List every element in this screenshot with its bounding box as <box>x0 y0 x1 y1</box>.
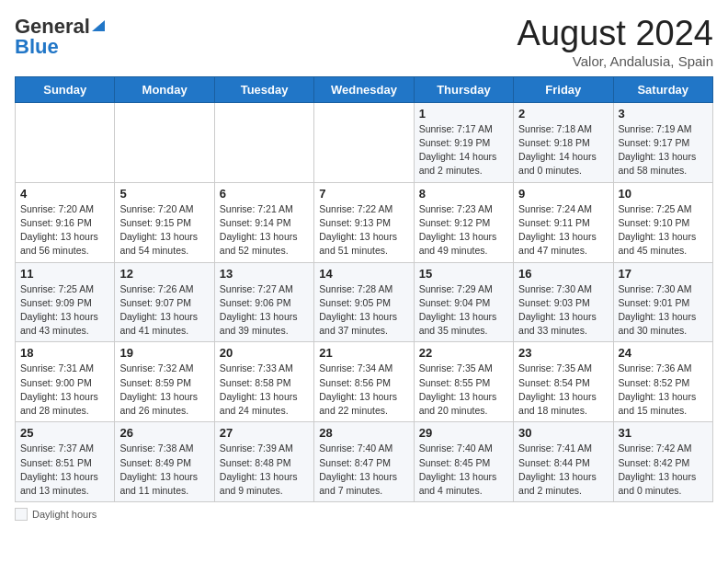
day-info: Sunrise: 7:19 AM Sunset: 9:17 PM Dayligh… <box>619 122 708 178</box>
table-cell: 12Sunrise: 7:26 AM Sunset: 9:07 PM Dayli… <box>115 262 214 342</box>
table-cell: 8Sunrise: 7:23 AM Sunset: 9:12 PM Daylig… <box>414 182 513 262</box>
col-thursday: Thursday <box>414 76 513 102</box>
day-number: 9 <box>518 187 608 201</box>
day-info: Sunrise: 7:40 AM Sunset: 8:47 PM Dayligh… <box>319 442 408 498</box>
day-info: Sunrise: 7:24 AM Sunset: 9:11 PM Dayligh… <box>518 202 608 259</box>
col-monday: Monday <box>115 76 214 102</box>
calendar-table: Sunday Monday Tuesday Wednesday Thursday… <box>15 76 713 502</box>
day-number: 1 <box>419 107 508 121</box>
day-number: 14 <box>319 267 408 281</box>
table-cell: 17Sunrise: 7:30 AM Sunset: 9:01 PM Dayli… <box>613 262 712 342</box>
table-cell <box>314 102 414 182</box>
day-number: 2 <box>518 107 608 121</box>
table-cell: 14Sunrise: 7:28 AM Sunset: 9:05 PM Dayli… <box>314 262 414 342</box>
day-number: 26 <box>119 426 209 440</box>
day-info: Sunrise: 7:41 AM Sunset: 8:44 PM Dayligh… <box>518 442 608 498</box>
legend: Daylight hours <box>15 508 713 521</box>
day-info: Sunrise: 7:25 AM Sunset: 9:10 PM Dayligh… <box>619 202 708 259</box>
col-saturday: Saturday <box>613 76 712 102</box>
day-number: 24 <box>619 346 708 360</box>
day-info: Sunrise: 7:32 AM Sunset: 8:59 PM Dayligh… <box>119 362 209 418</box>
day-number: 5 <box>119 187 209 201</box>
page-header: General Blue August 2024 Valor, Andalusi… <box>15 15 713 69</box>
day-info: Sunrise: 7:20 AM Sunset: 9:15 PM Dayligh… <box>119 202 209 259</box>
day-number: 3 <box>619 107 708 121</box>
day-info: Sunrise: 7:23 AM Sunset: 9:12 PM Dayligh… <box>419 202 508 259</box>
day-number: 6 <box>220 187 309 201</box>
calendar-body: 1Sunrise: 7:17 AM Sunset: 9:19 PM Daylig… <box>16 102 713 501</box>
table-cell <box>214 102 313 182</box>
col-sunday: Sunday <box>16 76 115 102</box>
table-cell: 22Sunrise: 7:35 AM Sunset: 8:55 PM Dayli… <box>414 342 513 422</box>
day-info: Sunrise: 7:20 AM Sunset: 9:16 PM Dayligh… <box>20 202 109 259</box>
day-info: Sunrise: 7:33 AM Sunset: 8:58 PM Dayligh… <box>220 362 309 418</box>
col-friday: Friday <box>514 76 613 102</box>
day-info: Sunrise: 7:30 AM Sunset: 9:03 PM Dayligh… <box>518 282 608 339</box>
week-row-5: 25Sunrise: 7:37 AM Sunset: 8:51 PM Dayli… <box>16 422 713 502</box>
day-number: 17 <box>619 267 708 281</box>
day-number: 4 <box>20 187 109 201</box>
table-cell: 9Sunrise: 7:24 AM Sunset: 9:11 PM Daylig… <box>514 182 613 262</box>
day-number: 29 <box>419 426 508 440</box>
location-subtitle: Valor, Andalusia, Spain <box>518 53 713 69</box>
week-row-4: 18Sunrise: 7:31 AM Sunset: 9:00 PM Dayli… <box>16 342 713 422</box>
table-cell: 23Sunrise: 7:35 AM Sunset: 8:54 PM Dayli… <box>514 342 613 422</box>
day-info: Sunrise: 7:38 AM Sunset: 8:49 PM Dayligh… <box>119 442 209 498</box>
day-info: Sunrise: 7:22 AM Sunset: 9:13 PM Dayligh… <box>319 202 408 259</box>
day-number: 25 <box>20 426 109 440</box>
day-number: 15 <box>419 267 508 281</box>
table-cell: 18Sunrise: 7:31 AM Sunset: 9:00 PM Dayli… <box>16 342 115 422</box>
day-info: Sunrise: 7:35 AM Sunset: 8:54 PM Dayligh… <box>518 362 608 418</box>
day-number: 8 <box>419 187 508 201</box>
table-cell: 15Sunrise: 7:29 AM Sunset: 9:04 PM Dayli… <box>414 262 513 342</box>
calendar-header: Sunday Monday Tuesday Wednesday Thursday… <box>16 76 713 102</box>
day-number: 23 <box>518 346 608 360</box>
day-number: 30 <box>518 426 608 440</box>
day-info: Sunrise: 7:40 AM Sunset: 8:45 PM Dayligh… <box>419 442 508 498</box>
logo-arrow-icon <box>90 17 107 33</box>
table-cell: 19Sunrise: 7:32 AM Sunset: 8:59 PM Dayli… <box>115 342 214 422</box>
legend-box <box>15 508 28 521</box>
table-cell: 25Sunrise: 7:37 AM Sunset: 8:51 PM Dayli… <box>16 422 115 502</box>
day-number: 11 <box>20 267 109 281</box>
table-cell: 16Sunrise: 7:30 AM Sunset: 9:03 PM Dayli… <box>514 262 613 342</box>
day-info: Sunrise: 7:30 AM Sunset: 9:01 PM Dayligh… <box>619 282 708 339</box>
table-cell: 28Sunrise: 7:40 AM Sunset: 8:47 PM Dayli… <box>314 422 414 502</box>
day-info: Sunrise: 7:25 AM Sunset: 9:09 PM Dayligh… <box>20 282 109 339</box>
table-cell: 10Sunrise: 7:25 AM Sunset: 9:10 PM Dayli… <box>613 182 712 262</box>
day-info: Sunrise: 7:17 AM Sunset: 9:19 PM Dayligh… <box>419 122 508 178</box>
table-cell: 27Sunrise: 7:39 AM Sunset: 8:48 PM Dayli… <box>214 422 313 502</box>
day-number: 16 <box>518 267 608 281</box>
table-cell: 11Sunrise: 7:25 AM Sunset: 9:09 PM Dayli… <box>16 262 115 342</box>
table-cell: 5Sunrise: 7:20 AM Sunset: 9:15 PM Daylig… <box>115 182 214 262</box>
table-cell: 4Sunrise: 7:20 AM Sunset: 9:16 PM Daylig… <box>16 182 115 262</box>
day-info: Sunrise: 7:29 AM Sunset: 9:04 PM Dayligh… <box>419 282 508 339</box>
logo-blue-text: Blue <box>15 35 59 59</box>
day-number: 12 <box>119 267 209 281</box>
day-number: 7 <box>319 187 408 201</box>
table-cell <box>16 102 115 182</box>
day-info: Sunrise: 7:18 AM Sunset: 9:18 PM Dayligh… <box>518 122 608 178</box>
day-number: 31 <box>619 426 708 440</box>
week-row-1: 1Sunrise: 7:17 AM Sunset: 9:19 PM Daylig… <box>16 102 713 182</box>
table-cell: 7Sunrise: 7:22 AM Sunset: 9:13 PM Daylig… <box>314 182 414 262</box>
table-cell: 6Sunrise: 7:21 AM Sunset: 9:14 PM Daylig… <box>214 182 313 262</box>
svg-marker-0 <box>92 20 105 31</box>
table-cell: 13Sunrise: 7:27 AM Sunset: 9:06 PM Dayli… <box>214 262 313 342</box>
day-info: Sunrise: 7:27 AM Sunset: 9:06 PM Dayligh… <box>220 282 309 339</box>
day-number: 10 <box>619 187 708 201</box>
table-cell: 31Sunrise: 7:42 AM Sunset: 8:42 PM Dayli… <box>613 422 712 502</box>
day-number: 22 <box>419 346 508 360</box>
day-number: 21 <box>319 346 408 360</box>
legend-label: Daylight hours <box>32 509 97 520</box>
day-info: Sunrise: 7:28 AM Sunset: 9:05 PM Dayligh… <box>319 282 408 339</box>
day-number: 13 <box>220 267 309 281</box>
day-info: Sunrise: 7:26 AM Sunset: 9:07 PM Dayligh… <box>119 282 209 339</box>
table-cell: 21Sunrise: 7:34 AM Sunset: 8:56 PM Dayli… <box>314 342 414 422</box>
day-info: Sunrise: 7:34 AM Sunset: 8:56 PM Dayligh… <box>319 362 408 418</box>
table-cell: 29Sunrise: 7:40 AM Sunset: 8:45 PM Dayli… <box>414 422 513 502</box>
table-cell: 3Sunrise: 7:19 AM Sunset: 9:17 PM Daylig… <box>613 102 712 182</box>
day-info: Sunrise: 7:37 AM Sunset: 8:51 PM Dayligh… <box>20 442 109 498</box>
day-info: Sunrise: 7:36 AM Sunset: 8:52 PM Dayligh… <box>619 362 708 418</box>
month-year-title: August 2024 <box>518 15 713 53</box>
